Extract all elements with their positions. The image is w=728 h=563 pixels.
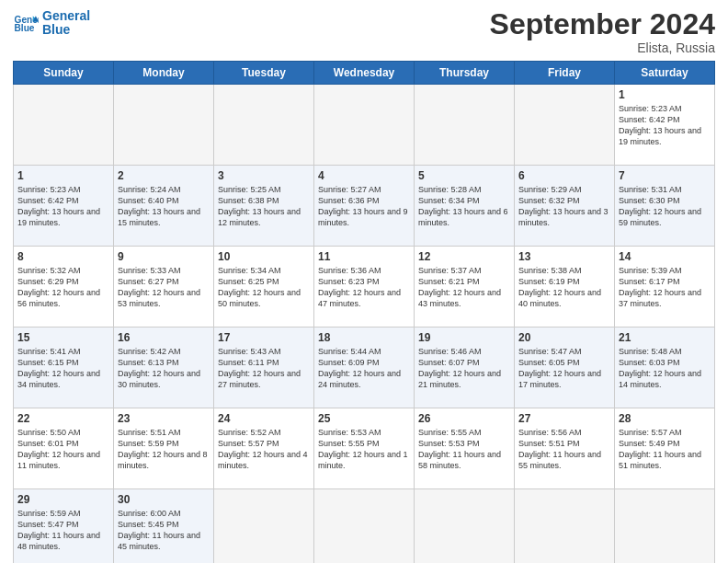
calendar-cell — [515, 85, 615, 166]
day-number: 21 — [619, 331, 711, 344]
location: Elista, Russia — [490, 40, 715, 55]
calendar-cell — [214, 85, 314, 166]
cell-info: Sunrise: 6:00 AMSunset: 5:45 PMDaylight:… — [118, 508, 210, 553]
cell-info: Sunrise: 5:53 AMSunset: 5:55 PMDaylight:… — [318, 427, 410, 472]
calendar-cell: 5Sunrise: 5:28 AMSunset: 6:34 PMDaylight… — [415, 166, 515, 247]
day-header-saturday: Saturday — [615, 62, 715, 85]
logo-icon: General Blue — [13, 10, 39, 36]
page: General Blue General Blue September 2024… — [0, 0, 728, 563]
calendar-week-row: 8Sunrise: 5:32 AMSunset: 6:29 PMDaylight… — [14, 247, 715, 327]
cell-info: Sunrise: 5:57 AMSunset: 5:49 PMDaylight:… — [619, 427, 711, 472]
cell-info: Sunrise: 5:48 AMSunset: 6:03 PMDaylight:… — [619, 346, 711, 391]
cell-info: Sunrise: 5:25 AMSunset: 6:38 PMDaylight:… — [218, 184, 310, 229]
calendar-cell — [415, 489, 515, 564]
cell-info: Sunrise: 5:31 AMSunset: 6:30 PMDaylight:… — [619, 184, 711, 229]
calendar-cell: 7Sunrise: 5:31 AMSunset: 6:30 PMDaylight… — [615, 166, 715, 247]
day-number: 27 — [518, 412, 610, 425]
day-number: 28 — [619, 412, 711, 425]
cell-info: Sunrise: 5:46 AMSunset: 6:07 PMDaylight:… — [418, 346, 510, 391]
cell-info: Sunrise: 5:52 AMSunset: 5:57 PMDaylight:… — [218, 427, 310, 472]
calendar-cell: 13Sunrise: 5:38 AMSunset: 6:19 PMDayligh… — [515, 247, 615, 327]
day-number: 2 — [118, 169, 210, 182]
logo-blue: Blue — [42, 23, 90, 37]
calendar-cell: 2Sunrise: 5:24 AMSunset: 6:40 PMDaylight… — [114, 166, 214, 247]
calendar-cell — [214, 489, 314, 564]
cell-info: Sunrise: 5:33 AMSunset: 6:27 PMDaylight:… — [118, 265, 210, 310]
cell-info: Sunrise: 5:38 AMSunset: 6:19 PMDaylight:… — [518, 265, 610, 310]
calendar-cell: 9Sunrise: 5:33 AMSunset: 6:27 PMDaylight… — [114, 247, 214, 327]
calendar-week-row: 29Sunrise: 5:59 AMSunset: 5:47 PMDayligh… — [14, 489, 715, 564]
calendar-cell — [314, 489, 415, 564]
cell-info: Sunrise: 5:47 AMSunset: 6:05 PMDaylight:… — [518, 346, 610, 391]
calendar-week-row: 22Sunrise: 5:50 AMSunset: 6:01 PMDayligh… — [14, 408, 715, 489]
calendar-cell: 19Sunrise: 5:46 AMSunset: 6:07 PMDayligh… — [415, 327, 515, 408]
day-number: 15 — [17, 331, 109, 344]
calendar-cell: 6Sunrise: 5:29 AMSunset: 6:32 PMDaylight… — [515, 166, 615, 247]
cell-info: Sunrise: 5:28 AMSunset: 6:34 PMDaylight:… — [418, 184, 510, 229]
calendar-cell — [415, 85, 515, 166]
calendar-week-row: 1Sunrise: 5:23 AMSunset: 6:42 PMDaylight… — [14, 166, 715, 247]
day-number: 11 — [318, 250, 410, 263]
cell-info: Sunrise: 5:51 AMSunset: 5:59 PMDaylight:… — [118, 427, 210, 472]
calendar-cell — [515, 489, 615, 564]
calendar-cell: 24Sunrise: 5:52 AMSunset: 5:57 PMDayligh… — [214, 408, 314, 489]
calendar-cell: 17Sunrise: 5:43 AMSunset: 6:11 PMDayligh… — [214, 327, 314, 408]
day-number: 22 — [17, 412, 109, 425]
day-number: 20 — [518, 331, 610, 344]
cell-info: Sunrise: 5:55 AMSunset: 5:53 PMDaylight:… — [418, 427, 510, 472]
calendar-cell: 4Sunrise: 5:27 AMSunset: 6:36 PMDaylight… — [314, 166, 415, 247]
cell-info: Sunrise: 5:44 AMSunset: 6:09 PMDaylight:… — [318, 346, 410, 391]
day-header-friday: Friday — [515, 62, 615, 85]
cell-info: Sunrise: 5:24 AMSunset: 6:40 PMDaylight:… — [118, 184, 210, 229]
calendar-table: SundayMondayTuesdayWednesdayThursdayFrid… — [13, 61, 715, 563]
cell-info: Sunrise: 5:29 AMSunset: 6:32 PMDaylight:… — [518, 184, 610, 229]
calendar-cell: 27Sunrise: 5:56 AMSunset: 5:51 PMDayligh… — [515, 408, 615, 489]
logo-general: General — [42, 9, 90, 23]
calendar-cell — [615, 489, 715, 564]
cell-info: Sunrise: 5:41 AMSunset: 6:15 PMDaylight:… — [17, 346, 109, 391]
calendar-cell: 1Sunrise: 5:23 AMSunset: 6:42 PMDaylight… — [615, 85, 715, 166]
cell-info: Sunrise: 5:23 AMSunset: 6:42 PMDaylight:… — [17, 184, 109, 229]
calendar-cell: 20Sunrise: 5:47 AMSunset: 6:05 PMDayligh… — [515, 327, 615, 408]
day-number: 9 — [118, 250, 210, 263]
calendar-cell: 29Sunrise: 5:59 AMSunset: 5:47 PMDayligh… — [14, 489, 114, 564]
day-number: 3 — [218, 169, 310, 182]
day-number: 5 — [418, 169, 510, 182]
day-header-monday: Monday — [114, 62, 214, 85]
day-number: 19 — [418, 331, 510, 344]
month-title: September 2024 — [490, 9, 715, 39]
cell-info: Sunrise: 5:59 AMSunset: 5:47 PMDaylight:… — [17, 508, 109, 553]
cell-info: Sunrise: 5:37 AMSunset: 6:21 PMDaylight:… — [418, 265, 510, 310]
day-number: 23 — [118, 412, 210, 425]
calendar-cell: 22Sunrise: 5:50 AMSunset: 6:01 PMDayligh… — [14, 408, 114, 489]
day-number: 18 — [318, 331, 410, 344]
calendar-week-row: 1Sunrise: 5:23 AMSunset: 6:42 PMDaylight… — [14, 85, 715, 166]
day-header-row: SundayMondayTuesdayWednesdayThursdayFrid… — [14, 62, 715, 85]
cell-info: Sunrise: 5:23 AMSunset: 6:42 PMDaylight:… — [619, 103, 711, 148]
calendar-cell: 18Sunrise: 5:44 AMSunset: 6:09 PMDayligh… — [314, 327, 415, 408]
cell-info: Sunrise: 5:43 AMSunset: 6:11 PMDaylight:… — [218, 346, 310, 391]
day-number: 4 — [318, 169, 410, 182]
calendar-cell: 25Sunrise: 5:53 AMSunset: 5:55 PMDayligh… — [314, 408, 415, 489]
day-number: 14 — [619, 250, 711, 263]
cell-info: Sunrise: 5:50 AMSunset: 6:01 PMDaylight:… — [17, 427, 109, 472]
day-header-tuesday: Tuesday — [214, 62, 314, 85]
logo: General Blue General Blue — [13, 9, 90, 38]
calendar-cell: 26Sunrise: 5:55 AMSunset: 5:53 PMDayligh… — [415, 408, 515, 489]
calendar-cell: 3Sunrise: 5:25 AMSunset: 6:38 PMDaylight… — [214, 166, 314, 247]
calendar-cell: 28Sunrise: 5:57 AMSunset: 5:49 PMDayligh… — [615, 408, 715, 489]
calendar-cell: 12Sunrise: 5:37 AMSunset: 6:21 PMDayligh… — [415, 247, 515, 327]
calendar-cell: 21Sunrise: 5:48 AMSunset: 6:03 PMDayligh… — [615, 327, 715, 408]
day-number: 24 — [218, 412, 310, 425]
calendar-week-row: 15Sunrise: 5:41 AMSunset: 6:15 PMDayligh… — [14, 327, 715, 408]
cell-info: Sunrise: 5:34 AMSunset: 6:25 PMDaylight:… — [218, 265, 310, 310]
day-number: 13 — [518, 250, 610, 263]
cell-info: Sunrise: 5:32 AMSunset: 6:29 PMDaylight:… — [17, 265, 109, 310]
calendar-cell: 14Sunrise: 5:39 AMSunset: 6:17 PMDayligh… — [615, 247, 715, 327]
calendar-cell: 10Sunrise: 5:34 AMSunset: 6:25 PMDayligh… — [214, 247, 314, 327]
day-number: 17 — [218, 331, 310, 344]
title-block: September 2024 Elista, Russia — [490, 9, 715, 55]
calendar-cell: 11Sunrise: 5:36 AMSunset: 6:23 PMDayligh… — [314, 247, 415, 327]
day-number: 7 — [619, 169, 711, 182]
header: General Blue General Blue September 2024… — [13, 9, 715, 55]
